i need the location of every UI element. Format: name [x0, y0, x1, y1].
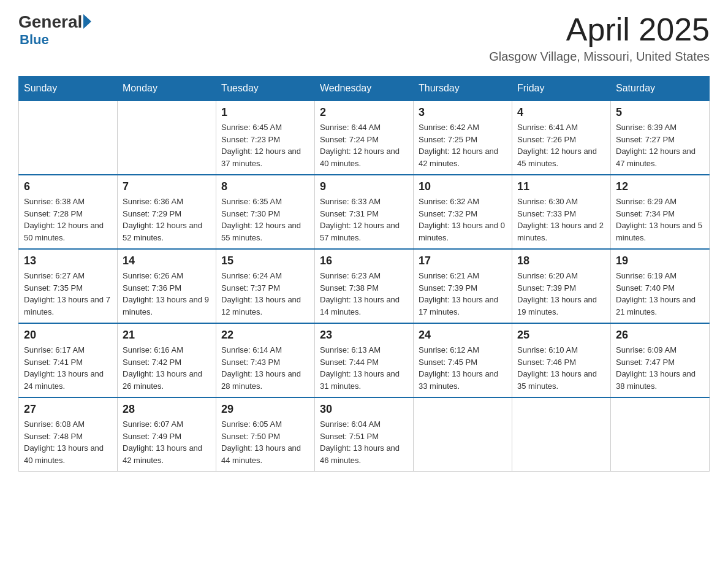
day-info: Sunrise: 6:10 AMSunset: 7:46 PMDaylight:… [517, 344, 605, 392]
day-info: Sunrise: 6:38 AMSunset: 7:28 PMDaylight:… [24, 196, 112, 243]
day-number: 15 [221, 255, 309, 267]
day-number: 18 [517, 255, 605, 267]
title-block: April 2025 Glasgow Village, Missouri, Un… [489, 12, 710, 64]
day-number: 14 [123, 255, 211, 267]
day-info: Sunrise: 6:04 AMSunset: 7:51 PMDaylight:… [320, 418, 408, 466]
day-number: 25 [517, 329, 605, 342]
day-info: Sunrise: 6:14 AMSunset: 7:43 PMDaylight:… [221, 344, 309, 392]
day-number: 16 [320, 255, 408, 267]
calendar-cell: 26Sunrise: 6:09 AMSunset: 7:47 PMDayligh… [611, 323, 710, 397]
calendar-cell: 16Sunrise: 6:23 AMSunset: 7:38 PMDayligh… [315, 249, 414, 323]
calendar-cell: 21Sunrise: 6:16 AMSunset: 7:42 PMDayligh… [118, 323, 216, 397]
day-number: 26 [616, 329, 704, 342]
calendar-cell: 10Sunrise: 6:32 AMSunset: 7:32 PMDayligh… [414, 175, 512, 249]
day-info: Sunrise: 6:23 AMSunset: 7:38 PMDaylight:… [320, 270, 408, 318]
day-info: Sunrise: 6:07 AMSunset: 7:49 PMDaylight:… [123, 418, 211, 466]
day-info: Sunrise: 6:45 AMSunset: 7:23 PMDaylight:… [221, 121, 309, 169]
day-number: 21 [123, 329, 211, 342]
calendar-cell: 27Sunrise: 6:08 AMSunset: 7:48 PMDayligh… [19, 397, 118, 472]
week-row-1: 1Sunrise: 6:45 AMSunset: 7:23 PMDaylight… [19, 101, 710, 175]
calendar-cell [512, 397, 611, 472]
day-info: Sunrise: 6:42 AMSunset: 7:25 PMDaylight:… [419, 121, 507, 169]
calendar-cell: 19Sunrise: 6:19 AMSunset: 7:40 PMDayligh… [611, 249, 710, 323]
day-info: Sunrise: 6:09 AMSunset: 7:47 PMDaylight:… [616, 344, 704, 392]
logo-general-text: General [18, 12, 82, 32]
calendar-cell: 1Sunrise: 6:45 AMSunset: 7:23 PMDaylight… [216, 101, 315, 175]
logo: General Blue [18, 12, 93, 48]
calendar-cell: 13Sunrise: 6:27 AMSunset: 7:35 PMDayligh… [19, 249, 118, 323]
week-row-4: 20Sunrise: 6:17 AMSunset: 7:41 PMDayligh… [19, 323, 710, 397]
calendar-cell: 25Sunrise: 6:10 AMSunset: 7:46 PMDayligh… [512, 323, 611, 397]
calendar-cell: 14Sunrise: 6:26 AMSunset: 7:36 PMDayligh… [118, 249, 216, 323]
day-number: 8 [221, 180, 309, 193]
day-info: Sunrise: 6:32 AMSunset: 7:32 PMDaylight:… [419, 196, 507, 243]
calendar-cell: 20Sunrise: 6:17 AMSunset: 7:41 PMDayligh… [19, 323, 118, 397]
calendar-cell: 29Sunrise: 6:05 AMSunset: 7:50 PMDayligh… [216, 397, 315, 472]
calendar-cell: 5Sunrise: 6:39 AMSunset: 7:27 PMDaylight… [611, 101, 710, 175]
calendar-cell: 22Sunrise: 6:14 AMSunset: 7:43 PMDayligh… [216, 323, 315, 397]
calendar-cell: 7Sunrise: 6:36 AMSunset: 7:29 PMDaylight… [118, 175, 216, 249]
day-number: 1 [221, 106, 309, 119]
day-info: Sunrise: 6:44 AMSunset: 7:24 PMDaylight:… [320, 121, 408, 169]
day-number: 30 [320, 403, 408, 416]
day-info: Sunrise: 6:27 AMSunset: 7:35 PMDaylight:… [24, 270, 112, 318]
day-number: 17 [419, 255, 507, 267]
day-info: Sunrise: 6:20 AMSunset: 7:39 PMDaylight:… [517, 270, 605, 318]
day-header-saturday: Saturday [611, 77, 710, 101]
day-number: 10 [419, 180, 507, 193]
week-row-2: 6Sunrise: 6:38 AMSunset: 7:28 PMDaylight… [19, 175, 710, 249]
logo-arrow-icon [83, 14, 91, 29]
calendar-cell: 6Sunrise: 6:38 AMSunset: 7:28 PMDaylight… [19, 175, 118, 249]
location-title: Glasgow Village, Missouri, United States [489, 50, 710, 64]
day-number: 27 [24, 403, 112, 416]
day-info: Sunrise: 6:19 AMSunset: 7:40 PMDaylight:… [616, 270, 704, 318]
calendar-cell: 12Sunrise: 6:29 AMSunset: 7:34 PMDayligh… [611, 175, 710, 249]
day-number: 22 [221, 329, 309, 342]
day-number: 23 [320, 329, 408, 342]
day-info: Sunrise: 6:26 AMSunset: 7:36 PMDaylight:… [123, 270, 211, 318]
day-header-sunday: Sunday [19, 77, 118, 101]
day-info: Sunrise: 6:05 AMSunset: 7:50 PMDaylight:… [221, 418, 309, 466]
day-number: 11 [517, 180, 605, 193]
day-info: Sunrise: 6:33 AMSunset: 7:31 PMDaylight:… [320, 196, 408, 243]
day-header-thursday: Thursday [414, 77, 512, 101]
calendar-cell: 2Sunrise: 6:44 AMSunset: 7:24 PMDaylight… [315, 101, 414, 175]
calendar-cell: 24Sunrise: 6:12 AMSunset: 7:45 PMDayligh… [414, 323, 512, 397]
logo-blue-text: Blue [20, 32, 49, 47]
day-number: 19 [616, 255, 704, 267]
day-info: Sunrise: 6:30 AMSunset: 7:33 PMDaylight:… [517, 196, 605, 243]
day-info: Sunrise: 6:36 AMSunset: 7:29 PMDaylight:… [123, 196, 211, 243]
calendar-cell: 23Sunrise: 6:13 AMSunset: 7:44 PMDayligh… [315, 323, 414, 397]
day-header-tuesday: Tuesday [216, 77, 315, 101]
calendar-cell: 4Sunrise: 6:41 AMSunset: 7:26 PMDaylight… [512, 101, 611, 175]
calendar-header-row: SundayMondayTuesdayWednesdayThursdayFrid… [19, 77, 710, 101]
day-number: 7 [123, 180, 211, 193]
day-number: 20 [24, 329, 112, 342]
day-number: 28 [123, 403, 211, 416]
day-number: 5 [616, 106, 704, 119]
day-number: 29 [221, 403, 309, 416]
day-info: Sunrise: 6:16 AMSunset: 7:42 PMDaylight:… [123, 344, 211, 392]
month-title: April 2025 [489, 12, 710, 47]
day-number: 9 [320, 180, 408, 193]
calendar-cell: 18Sunrise: 6:20 AMSunset: 7:39 PMDayligh… [512, 249, 611, 323]
calendar-cell: 9Sunrise: 6:33 AMSunset: 7:31 PMDaylight… [315, 175, 414, 249]
page-header: General Blue April 2025 Glasgow Village,… [18, 12, 710, 64]
calendar-cell: 8Sunrise: 6:35 AMSunset: 7:30 PMDaylight… [216, 175, 315, 249]
day-info: Sunrise: 6:13 AMSunset: 7:44 PMDaylight:… [320, 344, 408, 392]
day-number: 4 [517, 106, 605, 119]
calendar-table: SundayMondayTuesdayWednesdayThursdayFrid… [18, 76, 710, 472]
day-number: 6 [24, 180, 112, 193]
day-info: Sunrise: 6:12 AMSunset: 7:45 PMDaylight:… [419, 344, 507, 392]
calendar-cell: 28Sunrise: 6:07 AMSunset: 7:49 PMDayligh… [118, 397, 216, 472]
calendar-cell: 15Sunrise: 6:24 AMSunset: 7:37 PMDayligh… [216, 249, 315, 323]
calendar-cell: 17Sunrise: 6:21 AMSunset: 7:39 PMDayligh… [414, 249, 512, 323]
calendar-cell [19, 101, 118, 175]
calendar-cell: 3Sunrise: 6:42 AMSunset: 7:25 PMDaylight… [414, 101, 512, 175]
day-info: Sunrise: 6:41 AMSunset: 7:26 PMDaylight:… [517, 121, 605, 169]
calendar-cell [118, 101, 216, 175]
day-number: 24 [419, 329, 507, 342]
calendar-cell: 30Sunrise: 6:04 AMSunset: 7:51 PMDayligh… [315, 397, 414, 472]
calendar-cell: 11Sunrise: 6:30 AMSunset: 7:33 PMDayligh… [512, 175, 611, 249]
day-info: Sunrise: 6:17 AMSunset: 7:41 PMDaylight:… [24, 344, 112, 392]
